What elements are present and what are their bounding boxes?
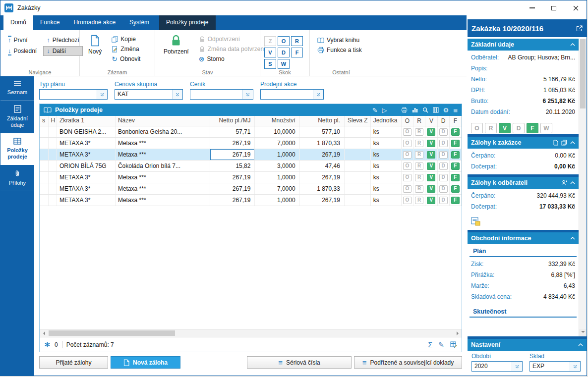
combo-dropdown-icon[interactable] — [242, 90, 253, 99]
copy-button[interactable]: Kopie — [108, 34, 139, 44]
row-flag-v[interactable]: V — [427, 197, 435, 204]
row-flag-f[interactable]: F — [451, 140, 460, 147]
obdobi-combo[interactable]: 2020 — [471, 361, 523, 372]
chart-icon[interactable] — [412, 107, 418, 113]
row-flag-v[interactable]: V — [427, 151, 435, 159]
row-flag-v[interactable]: V — [427, 185, 435, 193]
row-flag-d[interactable]: D — [439, 128, 448, 136]
vertical-scrollbar[interactable] — [579, 39, 587, 336]
new-button[interactable]: Nový — [84, 32, 106, 57]
sidebar-item-seznam[interactable]: Seznam — [0, 76, 34, 101]
row-flag-o[interactable]: O — [403, 197, 412, 204]
print-icon[interactable] — [401, 107, 408, 113]
status-flag-o[interactable]: O — [471, 123, 483, 133]
column-header[interactable]: O — [402, 116, 413, 126]
combo-dropdown-icon[interactable] — [570, 362, 580, 371]
status-flag-w[interactable]: W — [540, 123, 552, 133]
section-header-zalohy-k-odberateli[interactable]: Zálohy k odběrateli — [468, 177, 579, 189]
row-flag-o[interactable]: O — [403, 140, 412, 147]
table-row[interactable]: METAXA 3*Metaxa ***267,191,0000267,19ksO… — [40, 149, 462, 161]
row-flag-r[interactable]: R — [415, 174, 423, 181]
tab-polozky-prodeje[interactable]: Položky prodeje — [159, 15, 215, 30]
column-header[interactable]: V — [425, 116, 437, 126]
scroll-left-arrow[interactable] — [40, 329, 48, 337]
section-header-zakladni-udaje[interactable]: Základní údaje — [468, 39, 579, 51]
row-flag-o[interactable]: O — [403, 174, 412, 181]
row-flag-d[interactable]: D — [439, 174, 448, 181]
section-header-obchodni-informace[interactable]: Obchodní informace — [468, 232, 579, 244]
combo-dropdown-icon[interactable] — [313, 90, 323, 99]
row-flag-o[interactable]: O — [403, 128, 412, 136]
seriova-cisla-button[interactable]: ≡Sériová čísla — [247, 356, 352, 369]
status-flag-r[interactable]: R — [485, 123, 497, 133]
skok-w-button[interactable]: W — [278, 59, 290, 69]
storno-button[interactable]: ⊗ Storno — [195, 54, 228, 64]
row-flag-d[interactable]: D — [439, 197, 448, 204]
row-flag-o[interactable]: O — [403, 185, 412, 193]
skok-r-button[interactable]: R — [291, 36, 303, 46]
section-header-nastaveni[interactable]: Nastavení — [468, 339, 587, 351]
minimize-button[interactable] — [521, 0, 543, 15]
external-link-icon[interactable] — [576, 25, 583, 32]
play-icon[interactable]: ▷ — [382, 107, 387, 113]
skok-d-button[interactable]: D — [278, 48, 290, 57]
combo-dropdown-icon[interactable] — [172, 90, 182, 99]
chevron-up-icon[interactable] — [570, 181, 575, 184]
close-button[interactable] — [565, 0, 587, 15]
section-header-zalohy-k-zakazce[interactable]: Zálohy k zakázce — [468, 137, 579, 149]
row-flag-d[interactable]: D — [439, 140, 448, 147]
column-header[interactable]: D — [438, 116, 450, 126]
chevron-up-icon[interactable] — [570, 43, 575, 46]
status-flag-d[interactable]: D — [513, 123, 525, 133]
row-flag-d[interactable]: D — [439, 151, 448, 159]
asterisk-icon[interactable] — [44, 341, 51, 348]
row-flag-d[interactable]: D — [439, 185, 448, 193]
skok-v-button[interactable]: V — [264, 48, 276, 57]
scrollbar-thumb[interactable] — [580, 39, 586, 108]
cenova-skupina-combo[interactable]: KAT — [115, 89, 183, 100]
scroll-down-arrow[interactable] — [579, 329, 587, 336]
combo-dropdown-icon[interactable] — [97, 90, 107, 99]
row-flag-r[interactable]: R — [415, 151, 423, 159]
column-header[interactable]: Netto pl. — [300, 116, 345, 126]
row-flag-r[interactable]: R — [415, 185, 423, 193]
chevron-up-icon[interactable] — [570, 141, 575, 144]
grid-edit-icon[interactable] — [450, 341, 457, 348]
status-flag-v[interactable]: V — [499, 123, 511, 133]
edit-pencil-icon[interactable]: ✎ — [438, 341, 444, 349]
row-flag-r[interactable]: R — [415, 197, 423, 204]
sidebar-item-polozky-prodeje[interactable]: Položky prodeje — [0, 133, 34, 165]
chevron-up-icon[interactable] — [570, 237, 575, 240]
row-flag-f[interactable]: F — [451, 151, 460, 159]
refresh-button[interactable]: ↻ Obnovit — [108, 54, 144, 64]
search-icon[interactable] — [422, 107, 428, 113]
person-icon[interactable] — [561, 180, 567, 186]
row-flag-f[interactable]: F — [451, 185, 460, 193]
gear-icon[interactable]: ⚙ — [443, 107, 449, 113]
nova-zaloha-button[interactable]: Nová záloha — [111, 356, 180, 369]
cenik-combo[interactable] — [190, 89, 253, 100]
sklad-combo[interactable]: EXP — [529, 361, 581, 372]
row-flag-v[interactable]: V — [427, 162, 435, 170]
row-flag-f[interactable]: F — [451, 174, 460, 181]
prijate-zalohy-button[interactable]: Přijaté zálohy — [39, 356, 108, 369]
table-row[interactable]: METAXA 3*Metaxa ***267,197,00001 870,33k… — [40, 138, 462, 149]
change-button[interactable]: Změna — [108, 44, 142, 54]
tab-domu[interactable]: Domů — [3, 15, 33, 30]
table-row[interactable]: ORION BÍLÁ 75GČokoláda Orion bílá 7...15… — [40, 161, 462, 172]
pages-icon[interactable] — [561, 140, 567, 146]
menu-icon[interactable]: ≡ — [453, 107, 458, 113]
row-flag-v[interactable]: V — [427, 140, 435, 147]
row-flag-r[interactable]: R — [415, 162, 423, 170]
row-flag-o[interactable]: O — [403, 151, 412, 159]
skok-s-button[interactable]: S — [264, 59, 276, 69]
columns-icon[interactable] — [433, 107, 439, 113]
skok-o-button[interactable]: O — [278, 36, 290, 46]
column-header[interactable]: Název — [116, 116, 210, 126]
tab-funkce[interactable]: Funkce — [33, 15, 66, 30]
tab-system[interactable]: Systém — [122, 15, 156, 30]
select-book-button[interactable]: Vybrat knihu — [314, 35, 363, 45]
skok-f-button[interactable]: F — [291, 48, 303, 57]
column-header[interactable]: Jednotka — [371, 116, 402, 126]
column-header[interactable]: R — [413, 116, 425, 126]
